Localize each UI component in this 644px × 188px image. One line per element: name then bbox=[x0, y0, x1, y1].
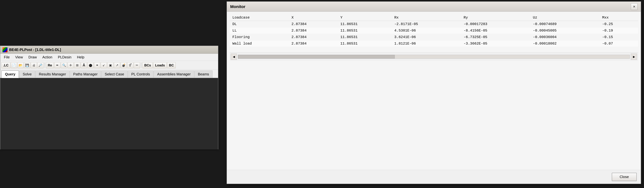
app-title: BE4E-PLPost - [1.DL-title1-DL] bbox=[9, 48, 61, 52]
cell-3: 1.8121E-06 bbox=[392, 40, 461, 47]
cell-2: 11.86531 bbox=[338, 21, 392, 27]
toolbar-cut[interactable]: ✂ bbox=[134, 62, 140, 68]
menu-draw[interactable]: Draw bbox=[26, 54, 40, 60]
dialog-titlebar: Monitor × bbox=[227, 2, 641, 12]
menubar: File View Draw Action PLDesin Help bbox=[0, 54, 218, 61]
cell-3: -2.8171E-05 bbox=[392, 21, 461, 27]
scroll-left-arrow[interactable]: ◀ bbox=[231, 54, 237, 60]
toolbar-bcs[interactable]: BCs bbox=[142, 62, 153, 68]
toolbar-open[interactable]: 📂 bbox=[18, 62, 24, 68]
dialog-footer: Close bbox=[227, 170, 641, 184]
cell-4: -8.4156E-05 bbox=[461, 27, 530, 34]
scroll-track[interactable] bbox=[238, 55, 630, 59]
tab-results-manager[interactable]: Results Manager bbox=[35, 71, 70, 78]
menu-pldesin[interactable]: PLDesin bbox=[56, 54, 74, 60]
tab-paths-manager[interactable]: Paths Manager bbox=[70, 71, 101, 78]
toolbar-zoom[interactable]: 🔍 bbox=[61, 62, 67, 68]
col-loadcase: Loadcase bbox=[230, 14, 289, 21]
app-window: BE4E-PLPost - [1.DL-title1-DL] File View… bbox=[0, 46, 218, 149]
cell-1: 2.87384 bbox=[289, 34, 338, 40]
cell-5: -0.00036004 bbox=[530, 34, 600, 40]
toolbar-edit[interactable]: ✒ bbox=[54, 62, 60, 68]
col-uz: Uz bbox=[530, 14, 600, 21]
table-row: LL2.8738411.865314.5301E-06-8.4156E-05-0… bbox=[230, 27, 638, 34]
toolbar-box[interactable]: ▣ bbox=[107, 62, 114, 68]
col-y: Y bbox=[338, 14, 392, 21]
table-row: Wall load2.8738411.865311.8121E-06-3.366… bbox=[230, 40, 638, 47]
menu-help[interactable]: Help bbox=[74, 54, 87, 60]
cell-6: -0.19 bbox=[599, 27, 638, 34]
toolbar-grid[interactable]: ⊞ bbox=[74, 62, 80, 68]
cell-3: 4.5301E-06 bbox=[392, 27, 461, 34]
cell-6: -0.15 bbox=[599, 34, 638, 40]
cell-0: LL bbox=[230, 27, 289, 34]
toolbar-symbol[interactable]: ⚥ bbox=[127, 62, 133, 68]
cell-6: -0.25 bbox=[599, 21, 638, 27]
menu-file[interactable]: File bbox=[2, 54, 12, 60]
app-icon bbox=[2, 47, 8, 52]
cell-0: DL bbox=[230, 21, 289, 27]
toolbar-lc[interactable]: .LC bbox=[2, 62, 10, 68]
col-mxx: Mxx bbox=[599, 14, 638, 21]
cell-2: 11.86531 bbox=[338, 34, 392, 40]
tabbar: Query Solve Results Manager Paths Manage… bbox=[0, 70, 218, 78]
tab-assemblies-manager[interactable]: Assemblies Manager bbox=[154, 71, 194, 78]
toolbar-print[interactable]: 🖨 bbox=[31, 62, 37, 68]
toolbar-separator-1 bbox=[45, 63, 45, 68]
toolbar-arrow1[interactable]: ↙ bbox=[101, 62, 107, 68]
drawing-area[interactable] bbox=[0, 78, 218, 149]
col-x: X bbox=[289, 14, 338, 21]
toolbar-arrow2[interactable]: ↗ bbox=[114, 62, 120, 68]
toolbar-cross[interactable]: ✛ bbox=[68, 62, 74, 68]
menu-action[interactable]: Action bbox=[40, 54, 55, 60]
cell-3: 3.6241E-06 bbox=[392, 34, 461, 40]
cell-1: 2.87384 bbox=[289, 40, 338, 47]
dialog-title: Monitor bbox=[230, 4, 246, 9]
toolbar-node[interactable]: ⬤ bbox=[88, 62, 94, 68]
toolbar-search[interactable]: 🔎 bbox=[38, 62, 44, 68]
cell-2: 11.86531 bbox=[338, 27, 392, 34]
toolbar-re[interactable]: Re bbox=[46, 62, 54, 68]
monitor-table: Loadcase X Y Rx Ry Uz Mxx DL2.8738411.86… bbox=[230, 14, 638, 47]
cell-2: 11.86531 bbox=[338, 40, 392, 47]
dialog-close-icon[interactable]: × bbox=[631, 3, 638, 10]
toolbar-loads[interactable]: Loads bbox=[153, 62, 167, 68]
menu-view[interactable]: View bbox=[13, 54, 26, 60]
toolbar-bc[interactable]: BC bbox=[167, 62, 176, 68]
cell-5: -0.00074689 bbox=[530, 21, 600, 27]
toolbar-new[interactable]: 📄 bbox=[11, 62, 17, 68]
scroll-right-arrow[interactable]: ▶ bbox=[631, 54, 637, 60]
cell-5: -0.00045005 bbox=[530, 27, 600, 34]
toolbar-save[interactable]: 💾 bbox=[24, 62, 30, 68]
scroll-thumb[interactable] bbox=[238, 55, 395, 59]
toolbar-separator-2 bbox=[141, 63, 141, 68]
cell-0: Flooring bbox=[230, 34, 289, 40]
toolbar: .LC 📄 📂 💾 🖨 🔎 Re ✒ 🔍 ✛ ⊞ Ā ⬤ ⚭ ↙ ▣ ↗ 💣 ⚥… bbox=[0, 61, 218, 70]
col-rx: Rx bbox=[392, 14, 461, 21]
col-ry: Ry bbox=[461, 14, 530, 21]
cell-1: 2.87384 bbox=[289, 21, 338, 27]
cell-1: 2.87384 bbox=[289, 27, 338, 34]
tab-query[interactable]: Query bbox=[2, 70, 19, 78]
cell-5: -0.00018002 bbox=[530, 40, 600, 47]
table-row: DL2.8738411.86531-2.8171E-05-0.00017283-… bbox=[230, 21, 638, 27]
tab-solve[interactable]: Solve bbox=[19, 71, 35, 78]
horizontal-scrollbar[interactable]: ◀ ▶ bbox=[230, 52, 638, 61]
close-button[interactable]: Close bbox=[612, 173, 637, 181]
tab-pl-controls[interactable]: PL Controls bbox=[128, 71, 153, 78]
cell-4: -6.7325E-05 bbox=[461, 34, 530, 40]
cell-0: Wall load bbox=[230, 40, 289, 47]
app-titlebar: BE4E-PLPost - [1.DL-title1-DL] bbox=[0, 46, 218, 54]
cell-6: -0.07 bbox=[599, 40, 638, 47]
toolbar-text[interactable]: Ā bbox=[81, 62, 87, 68]
cell-4: -3.3662E-05 bbox=[461, 40, 530, 47]
toolbar-bomb[interactable]: 💣 bbox=[120, 62, 127, 68]
tab-select-case[interactable]: Select Case bbox=[101, 71, 128, 78]
toolbar-element[interactable]: ⚭ bbox=[94, 62, 100, 68]
monitor-dialog: Monitor × Loadcase X Y Rx Ry Uz Mxx DL2.… bbox=[226, 2, 641, 184]
dialog-content: Loadcase X Y Rx Ry Uz Mxx DL2.8738411.86… bbox=[227, 12, 641, 170]
tab-beams[interactable]: Beams bbox=[194, 71, 212, 78]
table-row: Flooring2.8738411.865313.6241E-06-6.7325… bbox=[230, 34, 638, 40]
cell-4: -0.00017283 bbox=[461, 21, 530, 27]
